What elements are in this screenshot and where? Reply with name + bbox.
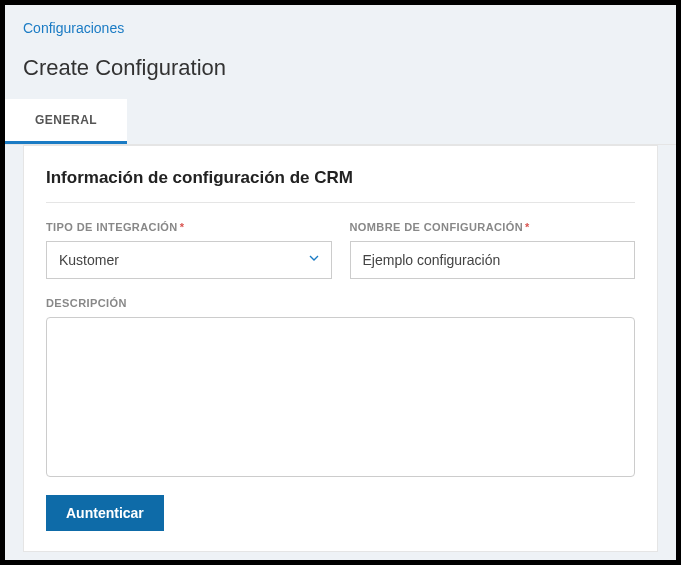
select-integration-type-input[interactable]: [46, 241, 332, 279]
actions-row: Auntenticar: [46, 495, 635, 531]
form-row-1: TIPO DE INTEGRACIÓN* NOMBRE DE CONFIGURA…: [46, 221, 635, 279]
label-config-name-text: NOMBRE DE CONFIGURACIÓN: [350, 221, 524, 233]
authenticate-button[interactable]: Auntenticar: [46, 495, 164, 531]
label-description: DESCRIPCIÓN: [46, 297, 635, 309]
field-config-name: NOMBRE DE CONFIGURACIÓN*: [350, 221, 636, 279]
field-description: DESCRIPCIÓN: [46, 297, 635, 477]
breadcrumb-link-configurations[interactable]: Configuraciones: [23, 20, 124, 36]
label-integration-type-text: TIPO DE INTEGRACIÓN: [46, 221, 178, 233]
section-title: Información de configuración de CRM: [46, 168, 635, 203]
label-integration-type: TIPO DE INTEGRACIÓN*: [46, 221, 332, 233]
input-config-name[interactable]: [350, 241, 636, 279]
page-frame: Configuraciones Create Configuration GEN…: [5, 5, 676, 560]
tabs-bar: GENERAL: [5, 99, 676, 145]
required-marker: *: [525, 221, 530, 233]
tab-general[interactable]: GENERAL: [5, 99, 127, 144]
tab-content-general: Información de configuración de CRM TIPO…: [24, 146, 657, 551]
select-integration-type[interactable]: [46, 241, 332, 279]
form-card: Información de configuración de CRM TIPO…: [23, 145, 658, 552]
required-marker: *: [180, 221, 185, 233]
page-title: Create Configuration: [5, 41, 676, 99]
breadcrumb: Configuraciones: [5, 5, 676, 41]
label-config-name: NOMBRE DE CONFIGURACIÓN*: [350, 221, 636, 233]
field-integration-type: TIPO DE INTEGRACIÓN*: [46, 221, 332, 279]
textarea-description[interactable]: [46, 317, 635, 477]
